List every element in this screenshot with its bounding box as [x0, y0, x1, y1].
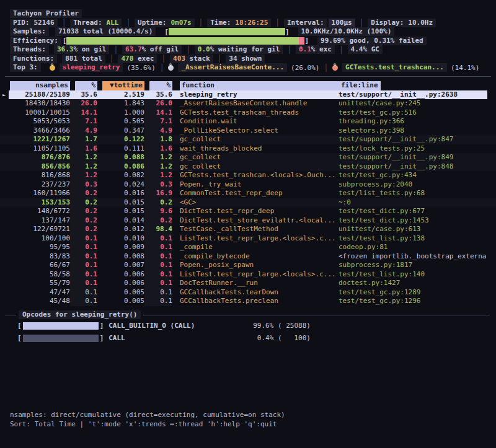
page-title: Tachyon Profiler [10, 9, 82, 18]
column-header-pct-cumulative[interactable]: % [149, 81, 172, 90]
cell-fileline: test/test_list.py:140 [339, 270, 496, 279]
column-header-nsamples[interactable]: nsamples [10, 81, 70, 90]
cell-pct-cumulative: 0.1 [144, 243, 172, 252]
cell-function: _compile_bytecode [172, 252, 339, 261]
cell-function: gc_collect [172, 162, 339, 172]
table-row[interactable]: 237/2370.30.0240.3Popen._try_waitsubproc… [0, 180, 496, 190]
table-row[interactable]: 5053/50537.10.5057.1Condition.waitthread… [0, 117, 496, 126]
table-row[interactable]: 45/480.10.0050.1GCCallbackTests.preclean… [0, 297, 496, 306]
bar-close-bracket: ] [100, 334, 104, 342]
cell-function: GCCallbackTests.tearDown [172, 288, 339, 297]
cell-fileline: unittest/case.py:613 [339, 225, 496, 234]
cell-pct-direct: 0.1 [70, 261, 97, 270]
cell-nsamples: 10001/10015 [10, 108, 70, 118]
table-row[interactable]: 1105/11051.60.1111.6wait_threads_blocked… [0, 144, 496, 154]
cell-pct-cumulative: 1.2 [144, 171, 172, 180]
table-row[interactable]: 122/697210.20.01298.4TestCase._callTestM… [0, 225, 496, 234]
cell-pct-cumulative: 0.1 [144, 297, 172, 306]
table-row[interactable]: 148/67720.20.0159.6DictTest.test_repr_de… [0, 207, 496, 216]
cell-pct-direct: 1.2 [70, 162, 97, 172]
cell-nsamples: 47/47 [10, 288, 70, 297]
cell-fileline: test/test_gc.py:516 [339, 108, 496, 118]
cell-pct-direct: 0.1 [70, 270, 97, 279]
opcodes-section-header: Opcodes for sleeping_retry() [0, 310, 496, 320]
column-header-tottime-sorted[interactable]: ▼tottime [102, 81, 144, 90]
cell-function: gc_collect [172, 135, 339, 144]
cell-tottime: 0.122 [97, 135, 144, 144]
top-function-pct: (14.1%) [451, 64, 479, 72]
cell-fileline: test/support/__init__.py:848 [339, 162, 496, 172]
column-header-function[interactable]: function [180, 81, 339, 90]
function-stat-segment: 478 exec [118, 55, 157, 63]
opcode-stats: 99.6% ( 25088) [253, 322, 311, 330]
efficiency-good-fill [66, 37, 298, 45]
footer-legend: nsamples: direct/cumulative (direct=exec… [10, 411, 285, 420]
opcode-row: []CALL_BUILTIN_O (CALL)99.6% ( 25088) [0, 320, 496, 332]
table-row[interactable]: 66/670.10.0070.1Popen._posix_spawnsubpro… [0, 261, 496, 270]
cell-tottime: 0.111 [97, 144, 144, 154]
cell-tottime: 0.006 [97, 270, 144, 279]
efficiency-text: 99.69% good, 0.31% failed [317, 37, 427, 45]
table-row[interactable]: 95/950.10.0090.1_compilecodeop.py:81 [0, 243, 496, 252]
top-function-pct: (26.0%) [291, 64, 319, 72]
table-row[interactable]: 18430/1843026.01.84326.0_AssertRaisesBas… [0, 99, 496, 108]
table-row[interactable]: 1221/12671.70.1221.8gc_collecttest/suppo… [0, 135, 496, 144]
column-header-pct-direct[interactable]: % [75, 81, 97, 90]
cell-tottime: 0.505 [97, 117, 144, 126]
cell-nsamples: 122/69721 [10, 225, 70, 234]
table-row[interactable]: 47/470.10.0050.1GCCallbackTests.tearDown… [0, 288, 496, 297]
cell-nsamples: 3466/3466 [10, 126, 70, 136]
cell-nsamples: 856/856 [10, 162, 70, 172]
bar-open-bracket: [ [17, 334, 22, 342]
cell-nsamples: 95/95 [10, 243, 70, 252]
cell-pct-direct: 0.2 [70, 198, 97, 208]
table-row[interactable]: 856/8561.20.0861.2gc_collecttest/support… [0, 162, 496, 172]
opcodes-list: []CALL_BUILTIN_O (CALL)99.6% ( 25088)[]C… [0, 320, 496, 345]
table-row[interactable]: 10001/1001514.11.00014.1GCTests.test_tra… [0, 108, 496, 118]
selected-row-arrow-icon: ► [2, 90, 6, 100]
top-function-name: GCTests.test_trashcan... [342, 63, 447, 72]
separator: │ [122, 19, 135, 27]
cell-tottime: 1.843 [97, 99, 144, 108]
separator: │ [195, 19, 208, 27]
cell-pct-direct: 26.0 [70, 99, 97, 108]
cell-fileline: ~:0 [339, 198, 496, 208]
bronze-medal-icon [332, 65, 338, 71]
opcode-row: []CALL 0.4% ( 100) [0, 332, 496, 345]
bar-close-bracket: ] [100, 322, 104, 330]
table-row[interactable]: 100/1000.10.0100.1ListTest.test_repr_lar… [0, 234, 496, 244]
cell-function: sleeping_retry [172, 90, 339, 100]
cell-function: ListTest.test_repr_large.<locals>.c... [172, 234, 339, 244]
display-field: Display:10.0Hz [368, 19, 436, 27]
cell-nsamples: 1221/1267 [10, 135, 70, 144]
table-row[interactable]: 876/8761.20.0881.2gc_collecttest/support… [0, 153, 496, 162]
table-row[interactable]: 153/1530.20.0150.2<GC>~:0 [0, 198, 496, 208]
opcode-stats: 0.4% ( 100) [253, 334, 311, 342]
cell-fileline: doctest.py:1427 [339, 279, 496, 288]
cell-pct-direct: 14.1 [70, 108, 97, 118]
table-row[interactable]: 160/119660.20.01616.9CommonTest.test_rep… [0, 189, 496, 198]
display-value: 10.0Hz [408, 19, 433, 27]
table-row-selected[interactable]: 25188/2518935.62.51935.6sleeping_retryte… [0, 90, 496, 100]
gold-medal-icon [50, 65, 55, 71]
cell-pct-cumulative: 0.1 [144, 279, 172, 288]
table-row[interactable]: 137/1470.20.0140.2DictTest.test_store_ev… [0, 216, 496, 226]
cell-fileline: codeop.py:81 [339, 243, 496, 252]
interval-field: Interval: [284, 19, 327, 27]
rule-line [5, 315, 16, 315]
cell-tottime: 0.347 [97, 126, 144, 136]
separator: │ [58, 19, 71, 27]
table-row[interactable]: 816/8681.20.0821.2GCTests.test_trashcan.… [0, 171, 496, 180]
thread-stat-segment: 36.3% on gil [54, 45, 109, 54]
cell-function: DictTest.test_repr_deep [172, 207, 339, 216]
cell-tottime: 2.519 [97, 90, 144, 100]
column-header-fileline[interactable]: file:line [339, 81, 381, 90]
cell-pct-direct: 0.1 [70, 243, 97, 252]
cell-pct-cumulative: 0.1 [144, 288, 172, 297]
table-row[interactable]: 83/830.10.0080.1_compile_bytecode<frozen… [0, 252, 496, 261]
cell-fileline: subprocess.py:1817 [339, 261, 496, 270]
table-row[interactable]: 3466/34664.90.3474.9_PollLikeSelector.se… [0, 126, 496, 136]
table-row[interactable]: 55/790.10.0060.1DocTestRunner.__rundocte… [0, 279, 496, 288]
table-row[interactable]: 58/580.10.0060.1ListTest.test_repr_large… [0, 270, 496, 279]
cell-pct-direct: 0.2 [70, 216, 97, 226]
